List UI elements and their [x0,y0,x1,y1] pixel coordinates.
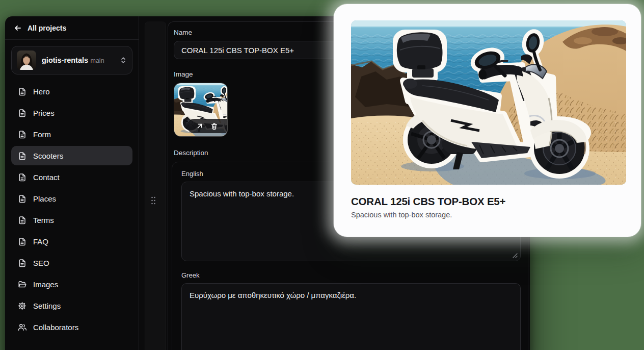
avatar [17,51,36,70]
document-icon [18,173,26,182]
preview-subtitle: Spacious with top-box storage. [351,211,624,219]
document-icon [18,130,26,139]
sidebar-item-seo[interactable]: SEO [11,253,132,272]
document-icon [18,259,26,267]
sidebar-item-settings[interactable]: Settings [11,296,132,315]
gear-icon [18,302,26,310]
sidebar-item-images[interactable]: Images [11,274,132,294]
preview-card: CORAL 125i CBS TOP-BOX E5+ Spacious with… [334,4,641,237]
folder-icon [18,280,26,289]
document-icon [18,194,26,203]
image-thumbnail[interactable] [174,83,228,137]
delete-image-button[interactable] [210,122,218,130]
sidebar-item-form[interactable]: Form [11,124,132,144]
sidebar-item-terms[interactable]: Terms [11,210,132,230]
document-icon [18,237,26,246]
sidebar-item-hero[interactable]: Hero [11,82,132,101]
greek-label: Greek [181,271,521,279]
document-icon [18,87,26,96]
trash-icon [210,122,218,130]
sidebar-item-prices[interactable]: Prices [11,103,132,122]
panel-resizer[interactable] [139,16,168,350]
sidebar: All projects giotis-rentals main Hero [5,16,139,350]
open-image-button[interactable] [196,122,203,130]
sidebar-item-faq[interactable]: FAQ [11,232,132,251]
sidebar-item-contact[interactable]: Contact [11,167,132,187]
image-actions [187,119,227,133]
sidebar-nav: Hero Prices Form Scooters Contact [5,79,139,340]
document-icon [18,216,26,224]
document-icon [18,109,26,117]
preview-title: CORAL 125i CBS TOP-BOX E5+ [351,195,624,208]
drag-handle-icon[interactable] [150,196,156,207]
people-icon [18,323,26,332]
back-label: All projects [28,24,66,32]
project-name: giotis-rentals [42,56,88,64]
scooter-photo [351,20,626,185]
back-to-projects-button[interactable]: All projects [5,16,139,40]
document-icon [18,152,26,160]
desktop-background: All projects giotis-rentals main Hero [0,0,644,350]
arrow-left-icon [14,24,22,32]
sidebar-item-scooters[interactable]: Scooters [11,146,132,165]
open-arrow-icon [196,122,203,130]
sidebar-item-collaborators[interactable]: Collaborators [11,317,132,337]
sidebar-item-places[interactable]: Places [11,189,132,208]
project-selector[interactable]: giotis-rentals main [11,46,132,74]
project-branch: main [91,57,104,64]
greek-textarea[interactable]: Ευρύχωρο με αποθηκευτικό χώρο / μπαγκαζι… [181,283,521,350]
chevron-updown-icon [120,56,127,64]
